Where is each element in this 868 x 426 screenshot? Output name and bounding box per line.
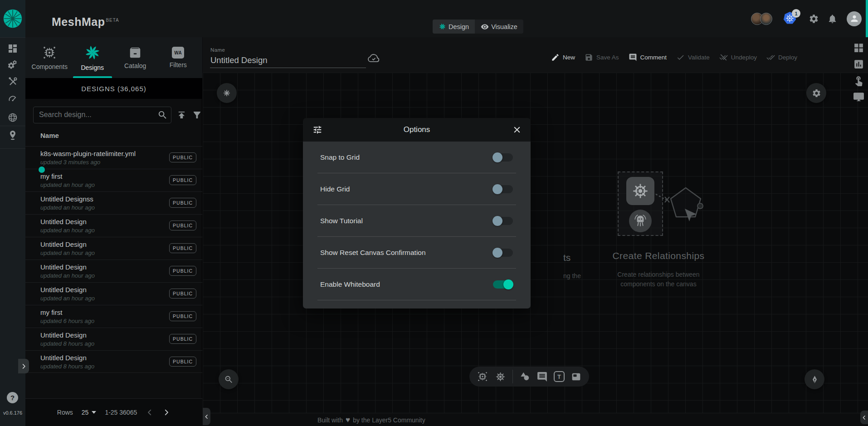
shapes-icon[interactable]: [519, 371, 531, 382]
table-row[interactable]: my first updated 6 hours ago PUBLIC: [25, 305, 202, 328]
search-design-input[interactable]: [33, 107, 171, 123]
table-row[interactable]: Untitled Design updated an hour ago PUBL…: [25, 282, 202, 305]
mode-visualize-button[interactable]: Visualize: [475, 20, 523, 34]
designs-pinwheel-icon: [84, 44, 101, 61]
details-panel-icon[interactable]: [853, 59, 864, 70]
filter-funnel-icon[interactable]: [192, 110, 202, 120]
sidebar-item-configuration[interactable]: [7, 76, 18, 87]
visibility-badge: PUBLIC: [169, 175, 196, 185]
design-name-input[interactable]: [210, 54, 366, 68]
settings-gear-icon[interactable]: [809, 14, 819, 24]
interaction-touch-icon[interactable]: [853, 75, 864, 86]
built-with-credit: Built with ♥ by the Layer5 Community: [317, 416, 425, 425]
pagination-range: 1-25 36065: [105, 409, 137, 416]
sidebar-item-meshmap[interactable]: [7, 130, 18, 141]
profile-avatar[interactable]: [847, 11, 862, 26]
sidebar-item-lifecycle[interactable]: [7, 60, 18, 71]
notifications-bell-icon[interactable]: [827, 14, 838, 24]
bottom-drawer-collapse-right[interactable]: [860, 411, 868, 424]
kubernetes-wheel-icon[interactable]: [494, 371, 507, 383]
table-row[interactable]: Untitled Designss updated an hour ago PU…: [25, 191, 202, 214]
save-as-button[interactable]: Save As: [585, 53, 619, 62]
toolbar-divider: [512, 370, 513, 383]
deploy-button[interactable]: Deploy: [766, 53, 797, 62]
visibility-badge: PUBLIC: [169, 220, 196, 230]
snap-to-grid-toggle[interactable]: [493, 152, 513, 163]
show-tutorial-toggle[interactable]: [493, 215, 513, 226]
whiteboard-pen-button[interactable]: [805, 369, 824, 389]
pagination-footer: Rows 25 1-25 36065: [25, 398, 202, 426]
tab-components[interactable]: Components: [28, 37, 71, 78]
comment-icon[interactable]: [536, 371, 548, 382]
table-row[interactable]: my first updated an hour ago PUBLIC: [25, 169, 202, 191]
new-button[interactable]: New: [551, 53, 575, 62]
table-row[interactable]: Untitled Design updated an hour ago PUBL…: [25, 237, 202, 260]
table-row[interactable]: k8s-wasm-plugin-ratelimiter.yml updated …: [25, 146, 202, 169]
mode-design-button[interactable]: Design: [433, 20, 475, 34]
upload-design-icon[interactable]: [176, 110, 187, 120]
table-row[interactable]: Untitled Design updated 8 hours ago PUBL…: [25, 350, 202, 373]
media-icon[interactable]: [571, 371, 582, 382]
onboarding-title: Create Relationships: [590, 250, 727, 261]
add-component-icon[interactable]: [477, 371, 488, 382]
close-icon[interactable]: [512, 125, 522, 135]
column-header-name: Name: [40, 132, 59, 139]
table-row[interactable]: Untitled Design updated 8 hours ago PUBL…: [25, 328, 202, 350]
display-monitor-icon[interactable]: [853, 91, 864, 103]
visibility-badge: PUBLIC: [169, 152, 196, 162]
tab-catalog[interactable]: Catalog: [114, 37, 157, 78]
person-icon: [849, 14, 859, 24]
text-tool-icon[interactable]: T: [554, 371, 565, 382]
drawer-expand-button[interactable]: [18, 359, 29, 373]
squid-mascot-icon: [632, 212, 649, 230]
canvas-settings-button[interactable]: [806, 83, 826, 103]
collaborator-avatar-2[interactable]: [760, 13, 772, 25]
kubernetes-context-button[interactable]: 1: [782, 11, 800, 26]
version-label: v0.6.176: [3, 410, 23, 416]
visibility-badge: PUBLIC: [169, 289, 196, 299]
views-grid-icon[interactable]: [853, 42, 864, 54]
table-row[interactable]: Untitled Design updated an hour ago PUBL…: [25, 260, 202, 282]
bottom-drawer-collapse-left[interactable]: [203, 408, 210, 425]
designs-list: k8s-wasm-plugin-ratelimiter.yml updated …: [25, 146, 202, 373]
visibility-badge: PUBLIC: [169, 243, 196, 253]
panel-tabs: Components Designs Catalog WA Filters: [25, 37, 202, 78]
sidebar-item-performance[interactable]: [7, 93, 18, 104]
tab-designs[interactable]: Designs: [71, 37, 114, 78]
design-pinwheel-icon: [439, 23, 446, 30]
options-modal-body: Snap to Grid Hide Grid Show Tutorial Sho…: [303, 142, 531, 308]
tab-filters[interactable]: WA Filters: [157, 37, 200, 78]
help-button[interactable]: ?: [7, 392, 18, 403]
undeploy-crossed-check-icon: [719, 53, 728, 62]
validate-button[interactable]: Validate: [676, 53, 710, 62]
kubernetes-wheel-icon: [630, 181, 650, 201]
option-row-enable-whiteboard: Enable Whiteboard: [317, 269, 516, 300]
zoom-out-button[interactable]: [219, 369, 239, 389]
caret-down-icon: [92, 411, 96, 414]
row-collaborator-avatar: [38, 166, 46, 174]
sidebar-item-dashboard[interactable]: [7, 43, 18, 54]
modal-title: Options: [303, 125, 531, 134]
show-reset-canvas-confirmation-toggle[interactable]: [493, 247, 513, 258]
enable-whiteboard-toggle[interactable]: [493, 279, 513, 290]
next-page-chevron-icon[interactable]: [162, 408, 171, 416]
meshery-logo[interactable]: [0, 0, 25, 37]
undeploy-button[interactable]: Undeploy: [719, 53, 757, 62]
notification-drawer-edge[interactable]: [866, 0, 868, 37]
relationship-arrow-pentagon: [653, 185, 707, 230]
visibility-badge: PUBLIC: [169, 357, 196, 367]
mode-toggle: Design Visualize: [433, 20, 523, 34]
canvas-actions-button[interactable]: [217, 83, 237, 103]
designs-panel: Components Designs Catalog WA Filters DE…: [25, 37, 202, 426]
chevron-left-icon: [861, 415, 867, 421]
comment-button[interactable]: Comment: [629, 53, 667, 62]
app-title: MeshMapBETA: [52, 15, 119, 29]
sidebar-item-extensions[interactable]: [7, 112, 18, 123]
hide-grid-toggle[interactable]: [493, 184, 513, 195]
prev-page-chevron-icon[interactable]: [146, 408, 154, 416]
option-row-snap-to-grid: Snap to Grid: [317, 142, 516, 173]
clipped-card-title-fragment: ts: [563, 252, 571, 263]
table-row[interactable]: Untitled Design updated an hour ago PUBL…: [25, 214, 202, 237]
rows-per-page-select[interactable]: 25: [82, 409, 97, 416]
search-icon: [157, 110, 168, 120]
